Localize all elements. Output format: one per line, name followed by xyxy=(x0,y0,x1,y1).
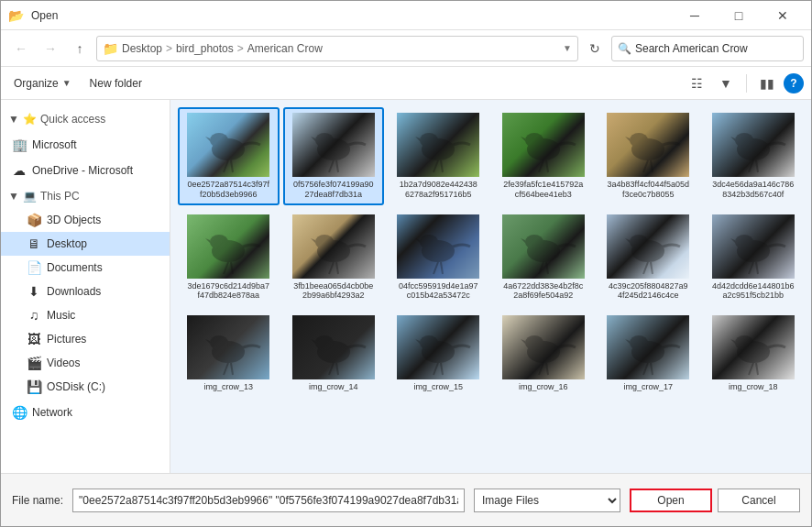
svg-point-81 xyxy=(630,335,648,350)
view-button[interactable]: ☷ xyxy=(684,71,709,95)
new-folder-button[interactable]: New folder xyxy=(84,71,148,95)
organize-button[interactable]: Organize ▼ xyxy=(8,71,77,95)
file-item[interactable]: 2fe39fa5fc1e415792acf564bee41eb3 xyxy=(493,107,595,205)
sidebar-item-microsoft[interactable]: 🏢 Microsoft xyxy=(1,133,170,157)
pictures-icon: 🖼 xyxy=(27,332,41,346)
title-bar-controls: ─ □ ✕ xyxy=(674,3,804,28)
address-american-crow: American Crow xyxy=(247,42,323,55)
this-pc-header[interactable]: ▼ 💻 This PC xyxy=(1,184,170,208)
sidebar-item-pictures[interactable]: 🖼 Pictures xyxy=(1,327,170,351)
file-name-text: 3de1679c6d214d9ba7f47db824e878aa xyxy=(187,281,269,302)
file-item[interactable]: 4a6722dd383e4b2f8c2a8f69fe504a92 xyxy=(493,209,595,307)
svg-point-61 xyxy=(210,335,228,350)
network-icon: 🌐 xyxy=(12,405,27,420)
osdisk-label: OSDisk (C:) xyxy=(47,380,105,393)
sidebar-item-documents[interactable]: 📄 Documents xyxy=(1,256,170,280)
svg-line-8 xyxy=(329,160,334,172)
sidebar-item-videos[interactable]: 🎬 Videos xyxy=(1,351,170,375)
sidebar-item-downloads[interactable]: ⬇ Downloads xyxy=(1,280,170,303)
refresh-button[interactable]: ↻ xyxy=(582,36,608,61)
sidebar-item-3d-objects[interactable]: 📦 3D Objects xyxy=(1,208,170,232)
sidebar-item-music[interactable]: ♫ Music xyxy=(1,303,170,327)
svg-line-73 xyxy=(433,363,438,375)
file-item[interactable]: 4d42dcdd6e144801b6a2c951f5cb21bb xyxy=(703,209,805,307)
svg-point-41 xyxy=(420,235,438,249)
file-item[interactable]: 3fb1beea065d4cb0be2b99a6bf4293a2 xyxy=(283,209,385,307)
address-bar[interactable]: 📁 Desktop > bird_photos > American Crow … xyxy=(96,36,578,61)
svg-marker-67 xyxy=(311,339,316,345)
help-button[interactable]: ? xyxy=(784,73,804,93)
file-item[interactable]: img_crow_17 xyxy=(598,310,699,398)
window-title: Open xyxy=(31,9,58,22)
bottom-bar: File name: Image Files All Files Open Ca… xyxy=(1,473,811,526)
file-item[interactable]: 3dc4e56da9a146c7868342b3d567c40f xyxy=(703,107,805,205)
svg-point-86 xyxy=(735,335,753,350)
file-type-select[interactable]: Image Files All Files xyxy=(474,489,620,512)
svg-line-74 xyxy=(441,363,443,375)
svg-line-14 xyxy=(441,160,443,172)
address-desktop: Desktop xyxy=(122,42,162,55)
search-icon: 🔍 xyxy=(618,42,631,55)
svg-line-58 xyxy=(749,262,753,274)
view-dropdown-button[interactable]: ▼ xyxy=(713,71,739,95)
sidebar-item-desktop[interactable]: 🖥 Desktop xyxy=(1,232,170,256)
file-item[interactable]: img_crow_14 xyxy=(283,310,385,398)
svg-point-76 xyxy=(525,335,543,350)
svg-point-11 xyxy=(420,133,438,148)
downloads-icon: ⬇ xyxy=(27,284,41,299)
preview-pane-button[interactable]: ▮▮ xyxy=(754,71,780,95)
svg-line-88 xyxy=(749,363,753,375)
file-item[interactable]: img_crow_15 xyxy=(388,310,489,398)
osdisk-icon: 💾 xyxy=(27,379,41,394)
svg-marker-37 xyxy=(311,238,316,244)
file-item[interactable]: 0ee2572a87514c3f97ff20b5d3eb9966 xyxy=(178,107,280,205)
file-item[interactable]: 1b2a7d9082e4424386278a2f951716b5 xyxy=(388,107,489,205)
this-pc-arrow: ▼ xyxy=(8,190,19,203)
address-dropdown-arrow[interactable]: ▼ xyxy=(563,43,572,53)
maximize-button[interactable]: □ xyxy=(718,3,760,28)
open-button[interactable]: Open xyxy=(630,489,712,512)
sidebar-item-network[interactable]: 🌐 Network xyxy=(1,401,170,424)
file-item[interactable]: 3a4b83ff4cf044f5a05df3ce0c7b8055 xyxy=(598,107,699,205)
file-name-input[interactable] xyxy=(72,489,465,512)
search-input[interactable] xyxy=(635,42,797,55)
forward-button[interactable]: → xyxy=(38,36,63,61)
toolbar-right: ☷ ▼ ▮▮ ? xyxy=(684,71,804,95)
file-thumbnail xyxy=(187,113,269,177)
sidebar-item-osdisk[interactable]: 💾 OSDisk (C:) xyxy=(1,375,170,399)
close-button[interactable]: ✕ xyxy=(762,3,804,28)
desktop-icon: 🖥 xyxy=(27,236,41,251)
cancel-button[interactable]: Cancel xyxy=(718,489,800,512)
file-thumbnail xyxy=(607,214,689,279)
svg-marker-62 xyxy=(205,339,211,345)
svg-line-38 xyxy=(329,262,334,274)
pictures-label: Pictures xyxy=(47,333,86,346)
svg-line-13 xyxy=(433,160,438,172)
this-pc-section: ▼ 💻 This PC 📦 3D Objects 🖥 Desktop 📄 Doc… xyxy=(1,184,170,399)
svg-line-59 xyxy=(756,262,758,274)
file-item[interactable]: img_crow_18 xyxy=(703,310,805,398)
3d-objects-icon: 📦 xyxy=(27,213,41,227)
file-item[interactable]: 0f5756fe3f074199a9027dea8f7db31a xyxy=(283,107,385,205)
file-item[interactable]: img_crow_13 xyxy=(178,310,280,398)
file-name-text: img_crow_18 xyxy=(729,382,778,392)
onedrive-section: ☁ OneDrive - Microsoft xyxy=(1,159,170,182)
file-thumbnail xyxy=(502,214,585,279)
file-item[interactable]: 04fcc595919d4e1a97c015b42a53472c xyxy=(388,209,489,307)
file-name-text: 4c39c205f8804827a94f245d2146c4ce xyxy=(607,281,689,302)
svg-line-19 xyxy=(546,160,548,172)
quick-access-header[interactable]: ▼ ⭐ Quick access xyxy=(1,107,170,131)
svg-marker-72 xyxy=(415,339,421,345)
file-item[interactable]: 3de1679c6d214d9ba7f47db824e878aa xyxy=(178,209,280,307)
file-name-label: File name: xyxy=(12,494,63,507)
sidebar-item-onedrive[interactable]: ☁ OneDrive - Microsoft xyxy=(1,159,170,182)
file-name-text: img_crow_15 xyxy=(413,382,463,392)
svg-line-44 xyxy=(441,262,443,274)
quick-access-arrow: ▼ xyxy=(8,113,19,126)
minimize-button[interactable]: ─ xyxy=(674,3,716,28)
file-item[interactable]: 4c39c205f8804827a94f245d2146c4ce xyxy=(598,209,699,307)
up-button[interactable]: ↑ xyxy=(67,36,93,61)
file-item[interactable]: img_crow_16 xyxy=(493,310,595,398)
back-button[interactable]: ← xyxy=(8,36,34,61)
this-pc-label: This PC xyxy=(40,190,80,203)
